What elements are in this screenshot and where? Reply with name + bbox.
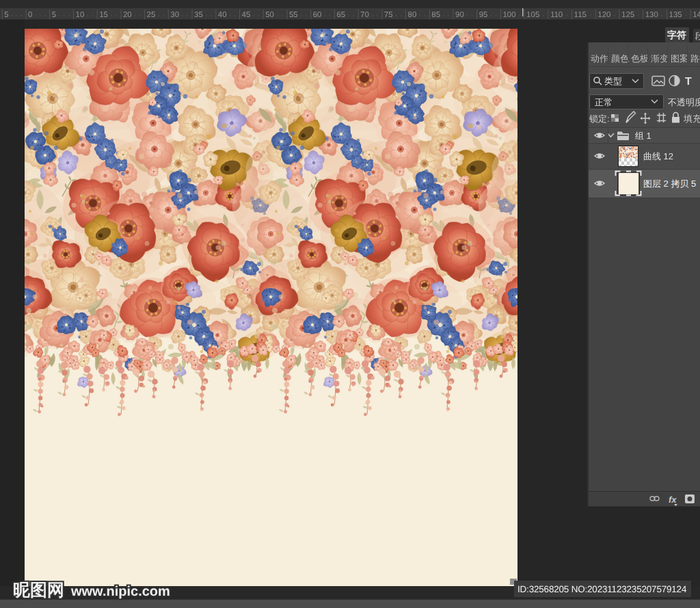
svg-text:颜色: 颜色 [611, 53, 629, 64]
svg-text:0: 0 [28, 11, 32, 19]
svg-text:115: 115 [574, 11, 587, 19]
svg-text:10: 10 [76, 11, 85, 19]
svg-text:75: 75 [384, 11, 393, 19]
svg-text:140: 140 [692, 11, 700, 19]
svg-text:110: 110 [550, 11, 563, 19]
svg-text:正常: 正常 [595, 97, 612, 107]
svg-text:100: 100 [502, 11, 515, 19]
svg-text:90: 90 [455, 11, 464, 19]
svg-text:120: 120 [597, 11, 610, 19]
svg-text:段: 段 [695, 31, 700, 41]
svg-text:色板: 色板 [631, 53, 649, 64]
svg-text:ID:32568205 NO:202311232352075: ID:32568205 NO:20231123235207579124 [517, 584, 687, 594]
svg-text:曲线 12: 曲线 12 [643, 151, 673, 161]
svg-text:T: T [685, 76, 692, 88]
svg-text:105: 105 [526, 11, 539, 19]
svg-text:图案: 图案 [671, 53, 688, 64]
svg-text:80: 80 [408, 11, 417, 19]
svg-text:25: 25 [147, 11, 156, 19]
svg-text:www.nipic.com: www.nipic.com [70, 584, 170, 599]
svg-text:65: 65 [336, 11, 345, 19]
svg-text:不透明度:: 不透明度: [668, 97, 700, 107]
svg-text:图层 2 拷贝 5: 图层 2 拷贝 5 [643, 179, 696, 189]
svg-text:填充:: 填充: [683, 114, 700, 124]
svg-text:40: 40 [218, 11, 227, 19]
svg-text:55: 55 [289, 11, 298, 19]
svg-text:35: 35 [194, 11, 203, 19]
svg-text:20: 20 [123, 11, 132, 19]
svg-text:5: 5 [4, 11, 8, 19]
svg-text:组 1: 组 1 [635, 131, 651, 141]
svg-text:5: 5 [52, 11, 56, 19]
svg-text:125: 125 [621, 11, 634, 19]
svg-text:昵图网: 昵图网 [13, 581, 64, 600]
svg-text:30: 30 [170, 11, 179, 19]
svg-text:字符: 字符 [667, 29, 686, 40]
svg-text:路径: 路径 [690, 53, 700, 64]
svg-text:135: 135 [669, 11, 682, 19]
svg-text:50: 50 [265, 11, 274, 19]
svg-text:锁定:: 锁定: [589, 114, 610, 124]
svg-text:fx: fx [669, 494, 677, 505]
svg-text:动作: 动作 [591, 53, 608, 64]
svg-text:渐变: 渐变 [651, 53, 669, 64]
svg-text:130: 130 [645, 11, 658, 19]
svg-text:15: 15 [99, 11, 108, 19]
svg-text:70: 70 [360, 11, 369, 19]
svg-text:85: 85 [431, 11, 440, 19]
svg-text:95: 95 [479, 11, 488, 19]
svg-text:60: 60 [313, 11, 322, 19]
svg-text:45: 45 [242, 11, 251, 19]
svg-text:类型: 类型 [604, 76, 622, 86]
